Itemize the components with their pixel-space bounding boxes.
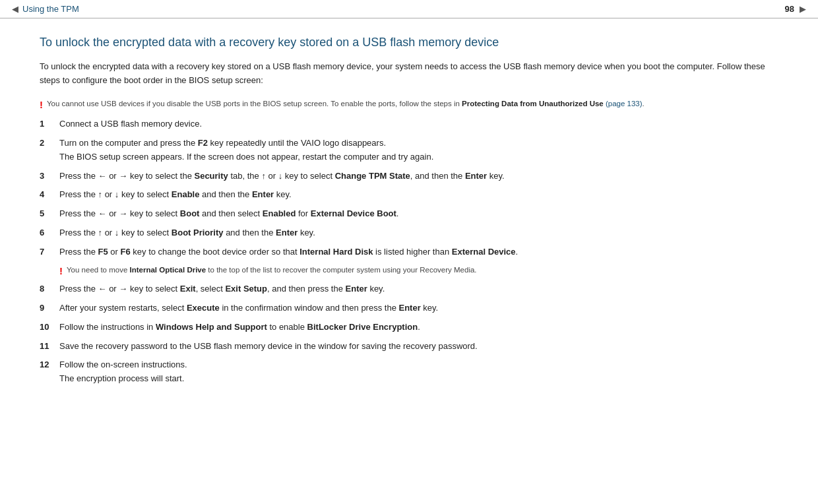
- step-num-4: 4: [40, 188, 59, 202]
- step-num-10: 10: [40, 321, 59, 334]
- note-text-2: You need to move Internal Optical Drive …: [67, 265, 477, 276]
- step-1: 1 Connect a USB flash memory device.: [40, 117, 778, 131]
- step-content-4: Press the ↑ or ↓ key to select Enable an…: [59, 188, 292, 202]
- note-link-1[interactable]: (page 133): [606, 100, 643, 108]
- note-bold-2: Internal Optical Drive: [129, 266, 206, 274]
- exclaim-icon-1: !: [40, 98, 43, 111]
- step-2: 2 Turn on the computer and press the F2 …: [40, 137, 778, 164]
- step-num-8: 8: [40, 282, 59, 296]
- step-num-3: 3: [40, 170, 59, 183]
- section-heading: To unlock the encrypted data with a reco…: [40, 34, 778, 51]
- page-number: 98: [785, 4, 794, 14]
- intro-text: To unlock the encrypted data with a reco…: [40, 60, 778, 88]
- step-11: 11 Save the recovery password to the USB…: [40, 340, 778, 354]
- forward-arrow-icon: ▶: [800, 4, 806, 14]
- note-bold-1: Protecting Data from Unauthorized Use: [462, 100, 604, 108]
- note-block-2: ! You need to move Internal Optical Driv…: [59, 265, 778, 278]
- step-7: 7 Press the F5 or F6 key to change the b…: [40, 245, 778, 259]
- step-content-2: Turn on the computer and press the F2 ke…: [59, 137, 433, 164]
- step-3: 3 Press the ← or → key to select the Sec…: [40, 170, 778, 183]
- step-num-7: 7: [40, 245, 59, 259]
- step-content-7: Press the F5 or F6 key to change the boo…: [59, 245, 518, 259]
- step-num-12: 12: [40, 358, 59, 372]
- steps-list-2: 8 Press the ← or → key to select Exit, s…: [40, 282, 778, 386]
- step-content-5: Press the ← or → key to select Boot and …: [59, 207, 398, 221]
- step-9: 9 After your system restarts, select Exe…: [40, 301, 778, 315]
- step-content-6: Press the ↑ or ↓ key to select Boot Prio…: [59, 226, 315, 240]
- step-num-6: 6: [40, 226, 59, 240]
- step-content-1: Connect a USB flash memory device.: [59, 117, 202, 131]
- step-content-3: Press the ← or → key to select the Secur…: [59, 170, 505, 183]
- step-content-10: Follow the instructions in Windows Help …: [59, 321, 420, 334]
- note-text-1: You cannot use USB devices if you disabl…: [47, 98, 645, 110]
- step-content-9: After your system restarts, select Execu…: [59, 301, 438, 315]
- step-num-2: 2: [40, 137, 59, 150]
- step-num-11: 11: [40, 340, 59, 354]
- step-12: 12 Follow the on-screen instructions. Th…: [40, 358, 778, 386]
- section-title: Using the TPM: [22, 4, 79, 14]
- step-8: 8 Press the ← or → key to select Exit, s…: [40, 282, 778, 296]
- exclaim-icon-2: !: [59, 265, 63, 278]
- step-4: 4 Press the ↑ or ↓ key to select Enable …: [40, 188, 778, 202]
- steps-list-1: 1 Connect a USB flash memory device. 2 T…: [40, 117, 778, 259]
- step-5: 5 Press the ← or → key to select Boot an…: [40, 207, 778, 221]
- step-content-12: Follow the on-screen instructions. The e…: [59, 358, 187, 386]
- step-content-8: Press the ← or → key to select Exit, sel…: [59, 282, 385, 296]
- back-arrow-icon: ◀: [12, 4, 18, 14]
- step-num-1: 1: [40, 117, 59, 131]
- note-block-1: ! You cannot use USB devices if you disa…: [40, 98, 778, 111]
- step-6: 6 Press the ↑ or ↓ key to select Boot Pr…: [40, 226, 778, 240]
- step-content-11: Save the recovery password to the USB fl…: [59, 340, 478, 354]
- step-num-5: 5: [40, 207, 59, 221]
- step-num-9: 9: [40, 301, 59, 315]
- step-10: 10 Follow the instructions in Windows He…: [40, 321, 778, 334]
